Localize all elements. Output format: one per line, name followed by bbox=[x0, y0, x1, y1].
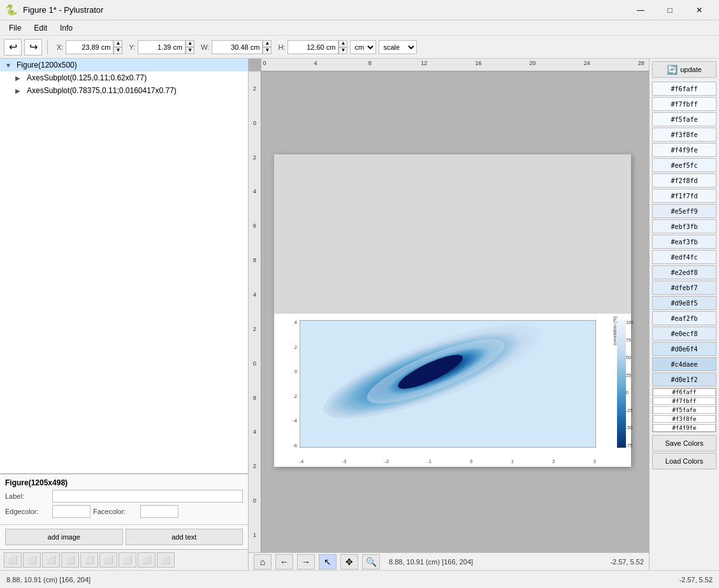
color-chip-d0e1f2[interactable]: #d0e1f2 bbox=[652, 372, 716, 386]
scroll-chip-f3f8fe[interactable]: #f3f8fe bbox=[653, 415, 716, 423]
scroll-chip-f5fafe[interactable]: #f5fafe bbox=[653, 406, 716, 414]
save-colors-button[interactable]: Save Colors bbox=[652, 435, 716, 452]
redo-button[interactable]: ↪ bbox=[24, 39, 42, 55]
scroll-chip-f4f9fe[interactable]: #f4f9fe bbox=[653, 424, 716, 432]
w-spin-down[interactable]: ▼ bbox=[263, 47, 272, 54]
align-bottom-button[interactable]: ⬜ bbox=[99, 552, 117, 568]
y-spin-down[interactable]: ▼ bbox=[185, 47, 194, 54]
x-spin-down[interactable]: ▼ bbox=[113, 47, 122, 54]
menu-info[interactable]: Info bbox=[54, 22, 79, 34]
canvas-viewport[interactable]: 100 75 50 25 0 -25 -50 -75 -4 -3 -2 bbox=[261, 71, 649, 552]
action-buttons: add image add text bbox=[0, 524, 248, 549]
move-nav-button[interactable]: ✥ bbox=[340, 554, 358, 570]
ruler-left-label: 4 bbox=[253, 188, 256, 195]
color-chip-f5fafe[interactable]: #f5fafe bbox=[652, 112, 716, 126]
edgecolor-swatch[interactable] bbox=[52, 505, 91, 518]
ruler-top: 0 4 8 12 16 20 24 28 bbox=[261, 59, 649, 71]
unit-select[interactable]: cm in px bbox=[350, 40, 376, 54]
add-image-button[interactable]: add image bbox=[5, 529, 123, 545]
label-row: Label: bbox=[5, 490, 243, 503]
x-input[interactable] bbox=[66, 40, 113, 54]
facecolor-swatch[interactable] bbox=[140, 505, 178, 518]
tree-area: ▼ Figure(1200x500) ▶ AxesSubplot(0.125,0… bbox=[0, 59, 248, 474]
color-chip-e5eff9[interactable]: #e5eff9 bbox=[652, 204, 716, 218]
color-chip-eaf2fb[interactable]: #eaf2fb bbox=[652, 311, 716, 325]
toolbar-separator bbox=[47, 40, 48, 54]
tree-label-axes1: AxesSubplot(0.125,0.11;0.62x0.77) bbox=[27, 73, 147, 82]
close-button[interactable]: ✕ bbox=[685, 0, 714, 20]
color-chip-c4daee[interactable]: #c4daee bbox=[652, 357, 716, 371]
menu-edit[interactable]: Edit bbox=[27, 22, 54, 34]
color-chip-dfebf7[interactable]: #dfebf7 bbox=[652, 281, 716, 295]
align-center-v-button[interactable]: ⬜ bbox=[80, 552, 98, 568]
color-chip-e2edf8[interactable]: #e2edf8 bbox=[652, 265, 716, 279]
y-input[interactable] bbox=[138, 40, 185, 54]
ruler-left-label: 0 bbox=[253, 360, 256, 367]
color-chip-f3f8fe[interactable]: #f3f8fe bbox=[652, 128, 716, 142]
forward-nav-button[interactable]: → bbox=[297, 554, 315, 570]
tree-item-axes2[interactable]: ▶ AxesSubplot(0.78375,0.11;0.0160417x0.7… bbox=[0, 84, 248, 97]
scroll-chip-f7fbff[interactable]: #f7fbff bbox=[653, 397, 716, 405]
color-chip-edf4fc[interactable]: #edf4fc bbox=[652, 250, 716, 264]
w-input[interactable] bbox=[212, 40, 263, 54]
tree-arrow-figure: ▼ bbox=[5, 62, 14, 69]
color-chip-f4f9fe[interactable]: #f4f9fe bbox=[652, 143, 716, 157]
y-label: Y: bbox=[129, 43, 135, 51]
ruler-left-label: 6 bbox=[253, 223, 256, 229]
ruler-label-12: 12 bbox=[421, 60, 427, 66]
color-chip-eaf3fb[interactable]: #eaf3fb bbox=[652, 235, 716, 249]
ruler-left-label: 2 bbox=[253, 463, 256, 469]
scale-select[interactable]: scale fit 100% bbox=[379, 40, 417, 54]
color-chip-e0ecf8[interactable]: #e0ecf8 bbox=[652, 327, 716, 341]
upper-subplot bbox=[274, 154, 631, 314]
h-input[interactable] bbox=[287, 40, 338, 54]
distribute-v-button[interactable]: ⬜ bbox=[138, 552, 156, 568]
colorbar-gradient bbox=[617, 320, 626, 448]
x-spin-up[interactable]: ▲ bbox=[113, 40, 122, 47]
align-top-button[interactable]: ⬜ bbox=[61, 552, 79, 568]
minimize-button[interactable]: — bbox=[626, 0, 655, 20]
titlebar: 🐍 Figure 1* - Pylustrator — □ ✕ bbox=[0, 0, 719, 20]
color-row: Edgecolor: Facecolor: bbox=[5, 505, 243, 518]
distribute-h-button[interactable]: ⬜ bbox=[119, 552, 136, 568]
pointer-nav-button[interactable]: ↖ bbox=[319, 554, 337, 570]
color-chip-f7fbff[interactable]: #f7fbff bbox=[652, 97, 716, 111]
figure-area: 100 75 50 25 0 -25 -50 -75 -4 -3 -2 bbox=[274, 154, 631, 467]
color-chip-d9e8f5[interactable]: #d9e8f5 bbox=[652, 296, 716, 310]
menu-file[interactable]: File bbox=[3, 22, 27, 34]
update-button[interactable]: 🔄 update bbox=[652, 61, 716, 78]
ruler-label-8: 8 bbox=[368, 60, 372, 66]
undo-button[interactable]: ↩ bbox=[4, 39, 22, 55]
load-colors-button[interactable]: Load Colors bbox=[652, 453, 716, 469]
h-spin-up[interactable]: ▲ bbox=[338, 40, 347, 47]
back-nav-button[interactable]: ← bbox=[275, 554, 293, 570]
menubar: File Edit Info bbox=[0, 20, 719, 36]
align-right-button[interactable]: ⬜ bbox=[42, 552, 60, 568]
window-controls: — □ ✕ bbox=[626, 0, 714, 20]
canvas-bottom-toolbar: ⌂ ← → ↖ ✥ 🔍 8.88, 10.91 (cm) [166, 204] … bbox=[249, 552, 649, 570]
add-text-button[interactable]: add text bbox=[126, 529, 243, 545]
statusbar: 8.88, 10.91 (cm) [166, 204] -2.57, 5.52 bbox=[0, 570, 719, 588]
align-center-h-button[interactable]: ⬜ bbox=[23, 552, 41, 568]
w-spin-up[interactable]: ▲ bbox=[263, 40, 272, 47]
color-chip-ebf3fb[interactable]: #ebf3fb bbox=[652, 219, 716, 233]
tree-item-figure[interactable]: ▼ Figure(1200x500) bbox=[0, 59, 248, 71]
tree-arrow-axes2: ▶ bbox=[15, 87, 24, 94]
expand-button[interactable]: ⬜ bbox=[157, 552, 175, 568]
color-chip-d0e6f4[interactable]: #d0e6f4 bbox=[652, 342, 716, 356]
home-nav-button[interactable]: ⌂ bbox=[254, 554, 272, 570]
color-chip-f2f8fd[interactable]: #f2f8fd bbox=[652, 173, 716, 187]
right-scroll-area[interactable]: #f6faff #f7fbff #f5fafe #f3f8fe #f4f9fe bbox=[652, 388, 716, 432]
maximize-button[interactable]: □ bbox=[655, 0, 685, 20]
color-chip-f6faff[interactable]: #f6faff bbox=[652, 82, 716, 96]
y-spin-up[interactable]: ▲ bbox=[185, 40, 194, 47]
h-spin-down[interactable]: ▼ bbox=[338, 47, 347, 54]
ruler-left-label: 0 bbox=[253, 120, 256, 126]
label-input[interactable] bbox=[52, 490, 243, 503]
align-left-button[interactable]: ⬜ bbox=[4, 552, 22, 568]
zoom-nav-button[interactable]: 🔍 bbox=[362, 554, 380, 570]
color-chip-f1f7fd[interactable]: #f1f7fd bbox=[652, 189, 716, 203]
scroll-chip-f6faff[interactable]: #f6faff bbox=[653, 388, 716, 396]
color-chip-eef5fc[interactable]: #eef5fc bbox=[652, 158, 716, 172]
tree-item-axes1[interactable]: ▶ AxesSubplot(0.125,0.11;0.62x0.77) bbox=[0, 71, 248, 84]
